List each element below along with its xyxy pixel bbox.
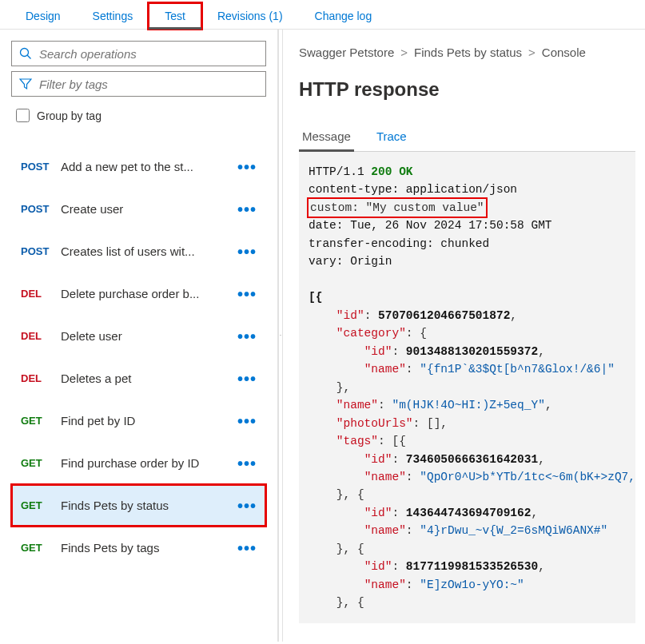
operation-item[interactable]: GETFinds Pets by tags••• [11, 527, 266, 569]
search-operations-box[interactable] [11, 41, 266, 66]
more-actions-icon[interactable]: ••• [231, 204, 263, 215]
more-actions-icon[interactable]: ••• [231, 500, 263, 511]
operation-item[interactable]: POSTAdd a new pet to the st...••• [11, 145, 266, 188]
operations-list: POSTAdd a new pet to the st...•••POSTCre… [11, 145, 266, 569]
operation-method: DEL [14, 288, 54, 300]
group-by-tag-label: Group by tag [37, 109, 102, 122]
chevron-right-icon: > [400, 46, 408, 59]
operation-item[interactable]: DELDelete user••• [11, 315, 266, 357]
group-by-tag-toggle[interactable]: Group by tag [11, 101, 266, 137]
tab-revisions-1-[interactable]: Revisions (1) [201, 3, 299, 29]
operation-label: Find pet by ID [54, 414, 231, 427]
page-title: HTTP response [299, 78, 635, 101]
status-line: HTTP/1.1 200 OK [309, 165, 413, 178]
operation-label: Delete user [54, 329, 231, 343]
tab-settings[interactable]: Settings [77, 3, 149, 29]
operation-label: Deletes a pet [54, 372, 231, 385]
operation-label: Finds Pets by tags [54, 541, 231, 555]
svg-marker-2 [20, 79, 31, 89]
operation-item[interactable]: DELDelete purchase order b...••• [11, 272, 266, 315]
group-by-tag-checkbox[interactable] [16, 109, 30, 122]
operation-item[interactable]: POSTCreates list of users wit...••• [11, 230, 266, 272]
response-header: transfer-encoding: chunked [309, 237, 489, 250]
operation-label: Creates list of users wit... [54, 244, 231, 258]
operation-method: POST [14, 203, 54, 215]
operation-method: POST [14, 161, 54, 173]
operation-item[interactable]: GETFind purchase order by ID••• [11, 442, 266, 484]
status-code: 200 OK [371, 165, 412, 178]
operation-label: Find purchase order by ID [54, 456, 231, 470]
operation-item[interactable]: GETFind pet by ID••• [11, 400, 266, 442]
response-header: date: Tue, 26 Nov 2024 17:50:58 GMT [309, 219, 552, 232]
chevron-right-icon: > [528, 46, 536, 59]
more-actions-icon[interactable]: ••• [231, 246, 263, 257]
tab-design[interactable]: Design [10, 3, 77, 29]
search-icon [18, 46, 33, 61]
response-header: content-type: application/json [309, 183, 517, 196]
breadcrumb-item[interactable]: Swagger Petstore [299, 46, 394, 59]
breadcrumb-item[interactable]: Finds Pets by status [414, 46, 522, 59]
response-tabs: MessageTrace [299, 123, 635, 152]
breadcrumb: Swagger Petstore>Finds Pets by status>Co… [299, 46, 635, 59]
more-actions-icon[interactable]: ••• [231, 543, 263, 554]
breadcrumb-item: Console [542, 46, 586, 59]
search-input[interactable] [38, 46, 259, 62]
more-actions-icon[interactable]: ••• [231, 161, 263, 173]
operation-label: Create user [54, 202, 231, 216]
operation-method: GET [14, 415, 54, 427]
operation-label: Finds Pets by status [54, 499, 231, 512]
response-tab-message[interactable]: Message [299, 123, 354, 151]
operation-method: DEL [14, 372, 54, 384]
svg-line-1 [27, 55, 30, 58]
tab-change-log[interactable]: Change log [299, 3, 388, 29]
operations-sidebar: Group by tag POSTAdd a new pet to the st… [0, 30, 278, 642]
response-body: HTTP/1.1 200 OK content-type: applicatio… [299, 152, 635, 623]
top-tabs: DesignSettingsTestRevisions (1)Change lo… [0, 0, 645, 30]
response-header: vary: Origin [309, 255, 392, 268]
operation-method: POST [14, 245, 54, 257]
operation-method: GET [14, 499, 54, 511]
more-actions-icon[interactable]: ••• [231, 288, 263, 300]
operation-item[interactable]: DELDeletes a pet••• [11, 357, 266, 400]
filter-input[interactable] [38, 77, 259, 92]
more-actions-icon[interactable]: ••• [231, 331, 263, 342]
filter-tags-box[interactable] [11, 71, 266, 97]
operation-method: GET [14, 457, 54, 469]
operation-label: Delete purchase order b... [54, 287, 231, 300]
operation-item[interactable]: POSTCreate user••• [11, 188, 266, 230]
response-pane: Swagger Petstore>Finds Pets by status>Co… [283, 30, 645, 642]
operation-label: Add a new pet to the st... [54, 160, 231, 173]
operation-method: GET [14, 542, 54, 554]
more-actions-icon[interactable]: ••• [231, 415, 263, 427]
more-actions-icon[interactable]: ••• [231, 373, 263, 384]
operation-item[interactable]: GETFinds Pets by status••• [11, 484, 266, 527]
filter-icon [18, 77, 33, 91]
svg-point-0 [21, 49, 29, 57]
operation-method: DEL [14, 330, 54, 342]
tab-test[interactable]: Test [149, 3, 201, 29]
response-tab-trace[interactable]: Trace [373, 123, 410, 151]
more-actions-icon[interactable]: ••• [231, 458, 263, 469]
response-header-highlighted: custom: "My custom value" [309, 199, 486, 217]
